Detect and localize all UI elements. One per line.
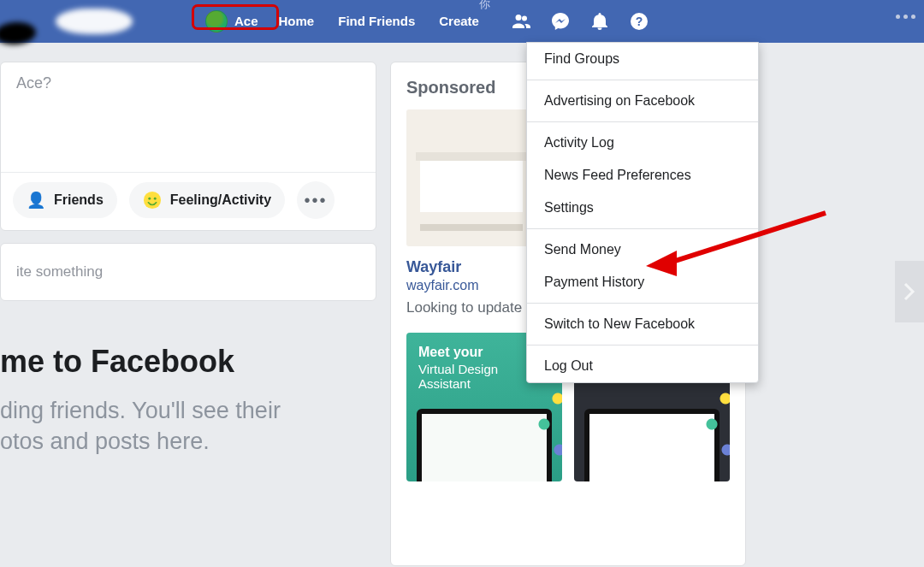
avatar (205, 10, 228, 32)
nav-icon-group: ? (510, 10, 650, 32)
smiley-icon (143, 191, 162, 210)
carousel-next-button[interactable] (895, 261, 924, 322)
help-icon[interactable]: ? (628, 10, 650, 32)
logo-blur (56, 9, 133, 34)
welcome-line2: otos and posts here. (0, 428, 210, 454)
menu-switch-new-fb[interactable]: Switch to New Facebook (527, 308, 758, 340)
banner-screen (417, 409, 552, 481)
menu-log-out[interactable]: Log Out (527, 350, 758, 382)
profile-nav[interactable]: Ace (197, 0, 267, 43)
menu-separator (527, 228, 758, 229)
welcome-line1: ding friends. You'll see their (0, 398, 281, 423)
menu-separator (527, 121, 758, 122)
overflow-dots[interactable] (896, 15, 915, 19)
menu-separator (527, 303, 758, 304)
left-column: Ace? 👤 Friends Feeling/Activity ••• ite … (0, 62, 376, 458)
menu-advertising[interactable]: Advertising on Facebook (527, 85, 758, 117)
banner-shapes (702, 384, 730, 481)
menu-separator (527, 80, 758, 80)
menu-settings[interactable]: Settings (527, 192, 758, 224)
menu-news-feed-prefs[interactable]: News Feed Preferences (527, 159, 758, 192)
welcome-body: ding friends. You'll see their otos and … (0, 395, 376, 458)
composer-placeholder: Ace? (16, 74, 51, 92)
chevron-right-icon (903, 282, 915, 301)
nav-create[interactable]: Create (427, 0, 491, 43)
svg-point-6 (154, 198, 157, 200)
write-placeholder: ite something (16, 263, 103, 281)
welcome-title: me to Facebook (0, 344, 376, 380)
composer-card: Ace? 👤 Friends Feeling/Activity ••• (0, 62, 376, 231)
tag-friends-button[interactable]: 👤 Friends (13, 182, 117, 218)
menu-send-money[interactable]: Send Money (527, 233, 758, 266)
composer-prompt[interactable]: Ace? (1, 74, 376, 173)
sponsored-image[interactable] (406, 109, 536, 246)
svg-point-5 (148, 198, 151, 200)
profile-name: Ace (234, 0, 258, 43)
menu-find-groups[interactable]: Find Groups (527, 43, 758, 75)
menu-activity-log[interactable]: Activity Log (527, 127, 758, 159)
menu-payment-history[interactable]: Payment History (527, 266, 758, 298)
feeling-button[interactable]: Feeling/Activity (129, 182, 285, 218)
friends-icon[interactable] (510, 10, 532, 32)
write-something-card[interactable]: ite something (0, 243, 376, 301)
banner-shapes (535, 384, 562, 481)
top-nav: Ace Home Find Friends Create ? (0, 0, 924, 43)
svg-text:?: ? (636, 15, 643, 28)
composer-more-button[interactable]: ••• (297, 181, 335, 219)
welcome-block: me to Facebook ding friends. You'll see … (0, 344, 376, 458)
banner-teal-line1: Meet your (418, 345, 483, 359)
banner-screen (584, 409, 720, 481)
composer-actions: 👤 Friends Feeling/Activity ••• (1, 173, 376, 227)
notifications-icon[interactable] (589, 10, 611, 32)
feeling-label: Feeling/Activity (170, 192, 271, 208)
settings-dropdown: Find Groups Advertising on Facebook Acti… (526, 42, 759, 383)
svg-point-4 (144, 192, 161, 209)
menu-separator (527, 345, 758, 346)
tag-icon: 👤 (27, 191, 45, 210)
tag-friends-label: Friends (54, 192, 104, 208)
nav-home[interactable]: Home (267, 0, 327, 43)
nav-find-friends[interactable]: Find Friends (326, 0, 427, 43)
messages-icon[interactable] (549, 10, 572, 32)
